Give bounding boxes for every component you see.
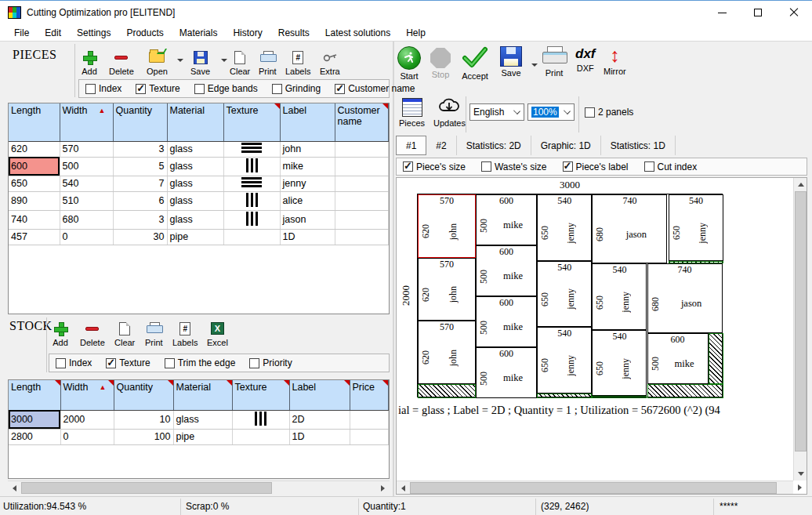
stock-print-button[interactable]: Print: [145, 321, 163, 347]
table-cell[interactable]: 600: [9, 157, 60, 176]
table-cell[interactable]: [223, 229, 280, 245]
table-row[interactable]: 28000100pipe1D: [9, 429, 389, 444]
table-row[interactable]: 457030pipe1D: [9, 229, 389, 245]
col-header-label[interactable]: Label: [289, 380, 350, 410]
stock-option-texture[interactable]: Texture: [106, 357, 150, 368]
table-cell[interactable]: alice: [280, 191, 335, 210]
pieces-option-edge-bands[interactable]: Edge bands: [194, 83, 258, 94]
pieces-view-button[interactable]: Pieces: [399, 98, 425, 128]
col-header-label[interactable]: Label: [280, 103, 335, 141]
table-row[interactable]: 8905106glassalice: [9, 191, 389, 210]
table-cell[interactable]: glass: [167, 191, 223, 210]
table-row[interactable]: 3000200010glass2D: [9, 410, 389, 429]
stock-clear-button[interactable]: Clear: [114, 321, 135, 347]
table-cell[interactable]: 3000: [9, 410, 60, 429]
save-result-dropdown-caret[interactable]: [531, 63, 538, 67]
table-cell[interactable]: jenny: [280, 176, 335, 191]
scroll-down-icon[interactable]: [794, 467, 807, 481]
option-waste-size[interactable]: Waste's size: [481, 161, 547, 172]
tab-graphic-1d[interactable]: Graphic: 1D: [531, 136, 601, 155]
diagram-piece[interactable]: 570620john: [418, 194, 476, 258]
stock-horizontal-scrollbar[interactable]: [8, 481, 390, 494]
minimize-button[interactable]: [704, 1, 740, 24]
table-row[interactable]: 7406803glassjason: [9, 210, 389, 229]
pieces-print-button[interactable]: Print: [259, 49, 277, 76]
scroll-left-icon[interactable]: [397, 481, 410, 495]
diagram-piece[interactable]: 600500mike: [647, 333, 709, 384]
table-cell[interactable]: [335, 157, 389, 176]
checkbox[interactable]: [85, 84, 96, 94]
pieces-option-grinding[interactable]: Grinding: [272, 83, 321, 94]
mirror-button[interactable]: ↕ Mirror: [604, 45, 626, 76]
table-cell[interactable]: glass: [167, 141, 223, 157]
checkbox[interactable]: [249, 358, 259, 368]
pieces-clear-button[interactable]: Clear: [230, 49, 250, 76]
table-row[interactable]: 6505407glassjenny: [9, 176, 389, 191]
checkbox[interactable]: [194, 84, 205, 94]
table-cell[interactable]: 620: [9, 141, 60, 157]
diagram-piece[interactable]: 600500mike: [476, 347, 537, 398]
table-cell[interactable]: [223, 210, 280, 229]
table-cell[interactable]: 10: [114, 410, 173, 429]
table-cell[interactable]: 457: [9, 229, 60, 245]
table-cell[interactable]: 3: [113, 210, 167, 229]
table-cell[interactable]: 1D: [280, 229, 335, 245]
save-dropdown-caret[interactable]: [221, 59, 227, 62]
col-header-width[interactable]: Width▲: [60, 103, 113, 141]
checkbox[interactable]: [585, 107, 595, 118]
table-cell[interactable]: 2000: [60, 410, 114, 429]
diagram-vertical-scrollbar[interactable]: [793, 178, 807, 481]
table-cell[interactable]: glass: [167, 210, 223, 229]
checkbox[interactable]: [644, 161, 654, 172]
pieces-add-button[interactable]: Add: [81, 49, 98, 76]
table-row[interactable]: 6005005glassmike: [9, 157, 389, 176]
menu-edit[interactable]: Edit: [37, 26, 69, 40]
checkbox[interactable]: [481, 161, 491, 172]
stock-option-trim-edge[interactable]: Trim the edge: [165, 357, 236, 368]
stock-excel-button[interactable]: X Excel: [207, 321, 228, 347]
scrollbar-thumb[interactable]: [21, 482, 272, 494]
diagram-piece[interactable]: 600500mike: [476, 245, 537, 296]
zoom-select[interactable]: 100%: [527, 103, 575, 121]
table-cell[interactable]: [223, 191, 280, 210]
diagram-piece[interactable]: 570620john: [418, 258, 476, 321]
table-cell[interactable]: [350, 429, 389, 444]
scroll-left-icon[interactable]: [8, 481, 21, 495]
checkbox[interactable]: [335, 84, 345, 94]
diagram-piece[interactable]: 540650jenny: [592, 263, 647, 330]
table-cell[interactable]: jason: [280, 210, 335, 229]
diagram-piece[interactable]: 740680jason: [592, 194, 667, 263]
checkbox[interactable]: [56, 358, 66, 368]
scroll-right-icon[interactable]: [793, 481, 807, 494]
diagram-piece[interactable]: 740680jason: [647, 263, 723, 332]
col-header-texture[interactable]: Texture: [223, 103, 280, 141]
updates-button[interactable]: Updates: [433, 96, 466, 128]
table-cell[interactable]: 30: [113, 229, 167, 245]
table-cell[interactable]: [335, 229, 389, 245]
table-cell[interactable]: 0: [60, 229, 113, 245]
menu-settings[interactable]: Settings: [69, 26, 118, 40]
option-piece-label[interactable]: Piece's label: [563, 161, 629, 172]
table-cell[interactable]: 2D: [289, 410, 350, 429]
stock-option-priority[interactable]: Priority: [249, 357, 292, 368]
table-cell[interactable]: john: [280, 141, 335, 157]
menu-file[interactable]: File: [6, 26, 37, 40]
table-cell[interactable]: [232, 410, 289, 429]
col-header-length[interactable]: Length: [9, 380, 60, 410]
checkbox[interactable]: [272, 84, 282, 94]
scrollbar-thumb[interactable]: [410, 482, 777, 494]
menu-materials[interactable]: Materials: [172, 26, 226, 40]
col-header-quantity[interactable]: Quantity: [114, 380, 173, 410]
table-cell[interactable]: pipe: [173, 429, 232, 444]
table-cell[interactable]: [335, 176, 389, 191]
diagram-horizontal-scrollbar[interactable]: [397, 481, 793, 494]
table-cell[interactable]: [223, 157, 280, 176]
pieces-extra-button[interactable]: Extra: [320, 49, 340, 76]
two-panels-option[interactable]: 2 panels: [585, 107, 633, 118]
pieces-option-customer-name[interactable]: Customer name: [335, 83, 415, 94]
diagram-piece[interactable]: 540650jenny: [592, 330, 647, 397]
table-cell[interactable]: 500: [60, 157, 113, 176]
checkbox[interactable]: [106, 358, 116, 368]
option-piece-size[interactable]: Piece's size: [403, 161, 466, 172]
table-cell[interactable]: 1D: [289, 429, 350, 444]
